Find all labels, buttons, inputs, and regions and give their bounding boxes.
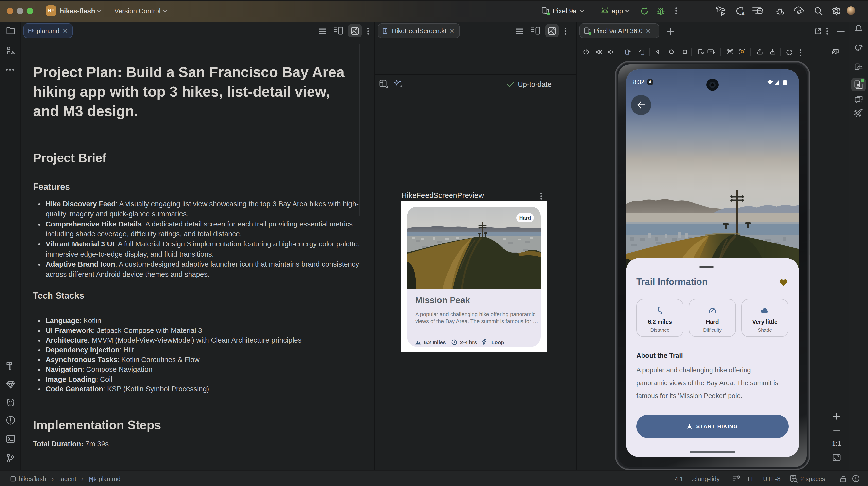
svg-text:A: A: [741, 11, 745, 16]
